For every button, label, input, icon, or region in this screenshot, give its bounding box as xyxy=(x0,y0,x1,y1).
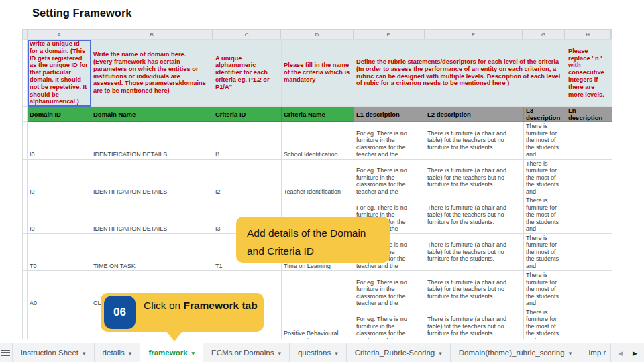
cell-criteria-name[interactable]: Positive Behavioural Expectations xyxy=(282,308,354,339)
cell-domain-name[interactable]: IDENTIFICATION DETAILS xyxy=(91,159,213,196)
cell-l1-description[interactable]: For eg. There is no furniture in the cla… xyxy=(354,271,425,308)
cell-l2-description[interactable]: There is furniture (a chair and table) f… xyxy=(425,159,524,196)
row-header-cell xyxy=(23,271,28,308)
column-header-h[interactable]: H xyxy=(565,30,611,39)
tab-scroll-controls xyxy=(611,343,644,362)
chevron-down-icon[interactable] xyxy=(192,349,195,357)
cell-ln-description[interactable] xyxy=(566,159,612,196)
row-header-cell xyxy=(23,233,28,271)
cell-ln-description[interactable] xyxy=(566,196,612,234)
chevron-down-icon[interactable] xyxy=(439,349,442,357)
column-header-e[interactable]: E xyxy=(354,30,425,39)
callout-text: Add details of the Domain and Criteria I… xyxy=(247,227,366,257)
cell-domain-id[interactable]: I0 xyxy=(28,159,91,196)
header-criteria-name[interactable]: Criteria Name xyxy=(282,107,354,122)
cell-instruction-ln[interactable]: Please replace ' n ' with consecutive in… xyxy=(566,40,612,107)
cell-ln-description[interactable] xyxy=(566,233,612,271)
cell-criteria-id[interactable]: I2 xyxy=(213,159,282,196)
cell-domain-id[interactable]: T0 xyxy=(28,233,91,271)
cell-ln-description[interactable] xyxy=(566,271,612,308)
hamburger-icon xyxy=(1,350,10,356)
cell-l3-description[interactable]: There is furniture for the most of the s… xyxy=(524,122,566,160)
cell-l3-description[interactable]: There is furniture for the most of the s… xyxy=(524,159,566,196)
cell-criteria-name[interactable]: School Identification xyxy=(282,122,354,160)
cell-l2-description[interactable]: There is furniture (a chair and table) f… xyxy=(425,308,524,339)
cell-domain-name[interactable]: TIME ON TASK xyxy=(91,233,213,271)
sheet-tab[interactable]: framework xyxy=(140,343,203,362)
sheet-tab[interactable]: details xyxy=(95,343,141,362)
cell-l3-description[interactable]: There is furniture for the most of the s… xyxy=(524,233,566,271)
cell-domain-id[interactable]: A0 xyxy=(28,271,91,308)
table-row: I0 IDENTIFICATION DETAILS I1 School Iden… xyxy=(23,122,612,160)
cell-instruction-rubric-levels[interactable]: Define the rubric statements/descriptors… xyxy=(354,40,566,107)
cell-ln-description[interactable] xyxy=(566,122,612,160)
header-l1-description[interactable]: L1 description xyxy=(354,107,425,122)
column-header-d[interactable]: D xyxy=(281,30,354,39)
chevron-down-icon[interactable] xyxy=(83,349,86,357)
tab-scroll-left-icon[interactable] xyxy=(618,349,623,357)
all-sheets-menu-button[interactable] xyxy=(0,343,12,362)
column-header-b[interactable]: B xyxy=(91,30,213,39)
chevron-down-icon[interactable] xyxy=(569,349,572,357)
cell-l2-description[interactable]: There is furniture (a chair and table) f… xyxy=(425,233,524,271)
cell-domain-name[interactable]: IDENTIFICATION DETAILS xyxy=(91,196,213,234)
sheet-tab-bar: Instruction Sheet details framework ECMs… xyxy=(0,343,644,362)
cell-l2-description[interactable]: There is furniture (a chair and table) f… xyxy=(425,271,524,308)
row-header-cell xyxy=(23,196,28,234)
cell-criteria-name[interactable] xyxy=(282,271,354,308)
column-header-c[interactable]: C xyxy=(213,30,281,39)
cell-l3-description[interactable]: There is furniture for the most of the s… xyxy=(524,308,566,339)
callout-text: Click on Framework tab xyxy=(144,293,264,312)
sheet-tab[interactable]: ECMs or Domains xyxy=(203,343,290,362)
header-l2-description[interactable]: L2 description xyxy=(425,107,524,122)
sheet-tab[interactable]: Domain(theme)_rubric_scoring xyxy=(451,343,580,362)
cell-instruction-criteria-name[interactable]: Please fill in the name of the criteria … xyxy=(282,40,354,107)
cell-domain-id[interactable]: I0 xyxy=(28,122,91,160)
row-header-cell xyxy=(23,107,28,122)
column-header-f[interactable]: F xyxy=(425,30,523,39)
column-header-g[interactable]: G xyxy=(523,30,565,39)
tab-scroll-right-icon[interactable] xyxy=(633,349,637,357)
cell-domain-id[interactable]: I0 xyxy=(28,196,91,234)
row-header-cell xyxy=(23,159,28,196)
cell-instruction-domain-name[interactable]: Write the name of domain here. (Every fr… xyxy=(91,40,213,107)
column-header-row: A B C D E F G H xyxy=(22,29,612,39)
row-header-cell xyxy=(23,122,28,160)
header-domain-name[interactable]: Domain Name xyxy=(91,107,213,122)
chevron-down-icon[interactable] xyxy=(129,349,132,357)
header-ln-description[interactable]: Ln description xyxy=(566,107,612,122)
cell-domain-name[interactable]: IDENTIFICATION DETAILS xyxy=(91,122,213,160)
step-number-badge: 06 xyxy=(104,296,136,329)
cell-criteria-name[interactable]: Teacher Identification xyxy=(282,159,354,196)
row-header-cell xyxy=(23,40,28,107)
cell-l3-description[interactable]: There is furniture for the most of the s… xyxy=(524,196,566,234)
tab-strip: Instruction Sheet details framework ECMs… xyxy=(12,343,611,362)
field-header-row: Domain ID Domain Name Criteria ID Criter… xyxy=(23,107,612,122)
table-row: I0 IDENTIFICATION DETAILS I2 Teacher Ide… xyxy=(23,159,612,196)
page-title: Setting Framework xyxy=(32,7,132,19)
cell-criteria-id[interactable]: I1 xyxy=(213,122,282,160)
cell-l1-description[interactable]: For eg. There is no furniture in the cla… xyxy=(354,159,425,196)
header-criteria-id[interactable]: Criteria ID xyxy=(213,107,282,122)
sheet-tab[interactable]: Instruction Sheet xyxy=(12,343,95,362)
chevron-down-icon[interactable] xyxy=(278,349,281,357)
cell-instruction-domain-id[interactable]: Write a unique Id for a domain. (This ID… xyxy=(28,40,91,107)
sheet-tab[interactable]: Criteria_Rubric-Scoring xyxy=(347,343,451,362)
cell-l2-description[interactable]: There is furniture (a chair and table) f… xyxy=(425,196,524,234)
callout-add-details: Add details of the Domain and Criteria I… xyxy=(236,217,390,263)
sheet-tab[interactable]: Imp r xyxy=(580,343,611,362)
cell-l1-description[interactable]: For eg. There is no furniture in the cla… xyxy=(354,122,425,160)
cell-l1-description[interactable]: For eg. There is no furniture in the cla… xyxy=(354,308,425,339)
cell-l2-description[interactable]: There is furniture (a chair and table) f… xyxy=(425,122,524,160)
sheet-tab[interactable]: questions xyxy=(290,343,347,362)
header-domain-id[interactable]: Domain ID xyxy=(28,107,91,122)
cell-instruction-criteria-id[interactable]: A unique alphanumeric identifier for eac… xyxy=(213,40,282,107)
callout-step-06: 06 Click on Framework tab xyxy=(101,293,264,332)
chevron-down-icon[interactable] xyxy=(335,349,338,357)
column-header-a[interactable]: A xyxy=(28,30,91,39)
cell-l3-description[interactable]: There is furniture for the most of the s… xyxy=(524,271,566,308)
header-l3-description[interactable]: L3 description xyxy=(524,107,566,122)
instruction-row: Write a unique Id for a domain. (This ID… xyxy=(23,40,612,107)
cell-domain-id[interactable]: A0 xyxy=(28,308,91,339)
cell-ln-description[interactable] xyxy=(566,308,612,339)
